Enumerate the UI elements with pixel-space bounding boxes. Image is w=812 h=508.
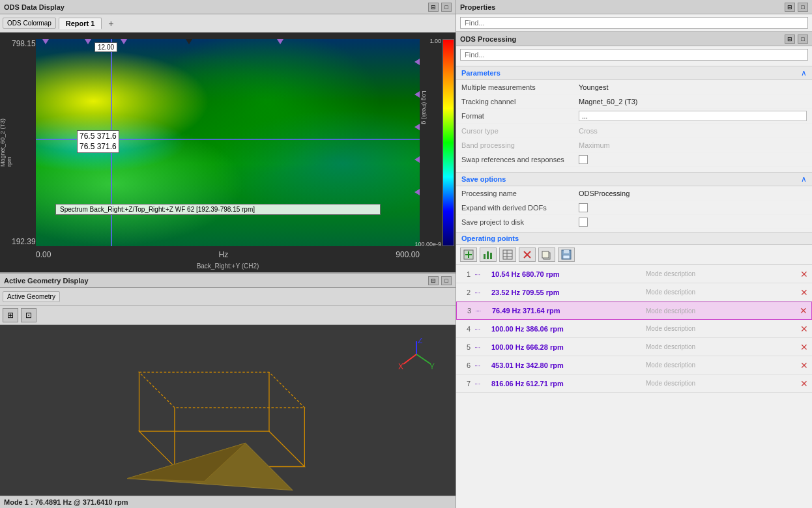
param-checkbox-expand[interactable] (579, 203, 588, 212)
geo-dropdown[interactable]: Active Geometry (3, 291, 60, 302)
op-num-4: 4 (460, 325, 471, 333)
right-panel: Properties ⊟ □ ODS Processing ⊟ □ Parame… (456, 0, 812, 508)
param-row-processing-name: Processing name ODSProcessing (456, 186, 812, 201)
op-chart-btn[interactable] (480, 247, 497, 262)
op-desc-4: Mode description (646, 325, 796, 332)
param-row-format: Format ... (456, 109, 812, 124)
operating-points: Operating points (456, 232, 812, 508)
top-markers (36, 39, 420, 44)
cursor-val-1: 76.5 371.6 (80, 132, 117, 142)
marker-right-4 (414, 156, 420, 163)
op-row-1[interactable]: 1 ···· 10.54 Hz 680.70 rpm Mode descript… (456, 265, 812, 283)
op-desc-5: Mode description (646, 343, 796, 350)
op-row-4[interactable]: 4 ···· 100.00 Hz 386.06 rpm Mode descrip… (456, 320, 812, 338)
op-toolbar (456, 245, 812, 265)
op-dots-2: ···· (474, 289, 487, 296)
ods-proc-split-btn[interactable]: ⊟ (785, 35, 795, 44)
op-row-3[interactable]: 3 ···· 76.49 Hz 371.64 rpm Mode descript… (456, 302, 812, 320)
op-row-7[interactable]: 7 ···· 816.06 Hz 612.71 rpm Mode descrip… (456, 374, 812, 393)
prop-max-btn[interactable]: □ (798, 3, 808, 12)
op-save-btn[interactable] (558, 247, 575, 262)
prop-split-btn[interactable]: ⊟ (785, 3, 795, 12)
op-num-7: 7 (460, 380, 471, 388)
geo-status-bar: Mode 1 : 76.4891 Hz @ 371.6410 rpm (0, 496, 456, 508)
svg-text:Y: Y (429, 362, 435, 371)
marker-top-4 (277, 39, 283, 44)
op-value-6: 453.01 Hz 342.80 rpm (491, 361, 642, 369)
geo-view-btn[interactable]: ⊡ (21, 308, 36, 322)
chart-container: Magnet_60_2 (T3)rpm 798.15 192.39 12.00 … (0, 33, 456, 272)
svg-line-10 (416, 354, 431, 364)
properties-find-input[interactable] (460, 17, 808, 29)
geo-max-btn[interactable]: □ (441, 276, 452, 285)
properties-title: Properties (460, 3, 495, 11)
op-delete-7[interactable]: ✕ (800, 378, 808, 389)
save-options-chevron: ∧ (801, 175, 807, 184)
marker-top-black (186, 39, 192, 44)
tab-report1[interactable]: Report 1 (59, 18, 102, 29)
ods-colormap-dropdown[interactable]: ODS Colormap (3, 18, 56, 29)
op-add-btn[interactable] (460, 247, 477, 262)
op-dots-3: ···· (475, 307, 488, 315)
param-value-3: Cross (579, 127, 807, 135)
op-row-2[interactable]: 2 ···· 23.52 Hz 709.55 rpm Mode descript… (456, 283, 812, 302)
op-delete-btn[interactable] (519, 247, 536, 262)
op-copy-btn[interactable] (538, 247, 555, 262)
geo-fit-btn[interactable]: ⊞ (3, 308, 18, 322)
param-label-2: Format (461, 112, 579, 120)
ods-data-display: ODS Data Display ⊟ □ ODS Colormap Report… (0, 0, 456, 274)
cursor-val-2: 76.5 371.6 (80, 142, 117, 152)
geo-viewport[interactable]: Z X Y Mode 1 : 76.4891 Hz @ 371.6410 rpm (0, 325, 456, 508)
ods-proc-max-btn[interactable]: □ (798, 35, 808, 44)
op-table-btn[interactable] (499, 247, 516, 262)
op-delete-4[interactable]: ✕ (800, 324, 808, 334)
svg-rect-27 (564, 250, 569, 253)
heatmap-area[interactable]: 12.00 76.5 371.6 76.5 371.6 Spectrum Bac… (36, 39, 420, 246)
op-desc-1: Mode description (646, 270, 796, 277)
param-checkbox-5[interactable] (579, 155, 588, 164)
op-delete-5[interactable]: ✕ (800, 342, 808, 352)
ods-max-btn[interactable]: □ (441, 3, 452, 12)
ods-proc-find-input[interactable] (460, 49, 808, 61)
marker-right-3 (414, 124, 420, 130)
y-bottom-val: 192.39 (12, 237, 35, 246)
param-row-tracking-channel: Tracking channel Magnet_60_2 (T3) (456, 94, 812, 109)
geo-status-text: Mode 1 : 76.4891 Hz @ 371.6410 rpm (4, 498, 128, 506)
op-value-5: 100.00 Hz 666.28 rpm (491, 343, 642, 351)
save-options-label: Save options (461, 175, 506, 183)
svg-rect-25 (542, 251, 549, 258)
op-num-1: 1 (460, 270, 471, 278)
colorbar-top-label: 1.00 (429, 38, 441, 44)
op-row-5[interactable]: 5 ···· 100.00 Hz 666.28 rpm Mode descrip… (456, 338, 812, 356)
parameters-header[interactable]: Parameters ∧ (456, 66, 812, 80)
ods-split-btn[interactable]: ⊟ (428, 3, 439, 12)
param-value-2[interactable]: ... (579, 111, 807, 121)
geo-split-btn[interactable]: ⊟ (428, 276, 439, 285)
x-mid-val: Hz (218, 250, 228, 259)
ods-tabs-bar: ODS Colormap Report 1 + (0, 14, 456, 33)
op-value-7: 816.06 Hz 612.71 rpm (491, 380, 642, 388)
op-delete-2[interactable]: ✕ (800, 287, 808, 298)
op-delete-6[interactable]: ✕ (800, 360, 808, 371)
properties-panel-controls: ⊟ □ (785, 3, 808, 12)
axes-indicator: Z X Y (397, 338, 436, 373)
op-value-3: 76.49 Hz 371.64 rpm (492, 307, 642, 315)
op-delete-3[interactable]: ✕ (800, 305, 807, 316)
ods-proc-controls: ⊟ □ (785, 35, 808, 44)
spectrum-label: Spectrum Back_Right:+Z/Top_Right:+Z WF 6… (55, 204, 381, 215)
tab-add-btn[interactable]: + (104, 17, 117, 30)
param-checkbox-save-disk[interactable] (579, 218, 588, 227)
y-axis-label: Magnet_60_2 (T3)rpm (0, 119, 12, 167)
marker-right-5 (414, 189, 420, 195)
properties-section: Properties ⊟ □ (456, 0, 812, 32)
x-axis-label: Back_Right:+Y (CH2) (36, 262, 420, 270)
svg-text:X: X (398, 362, 403, 371)
marker-top-3 (121, 39, 127, 44)
ods-processing-section: ODS Processing ⊟ □ Parameters ∧ Multiple… (456, 32, 812, 508)
save-options-header[interactable]: Save options ∧ (456, 172, 812, 186)
parameters-group: Parameters ∧ Multiple measurements Young… (456, 63, 812, 169)
op-delete-1[interactable]: ✕ (800, 269, 808, 279)
op-row-6[interactable]: 6 ···· 453.01 Hz 342.80 rpm Mode descrip… (456, 356, 812, 374)
svg-rect-15 (484, 254, 486, 259)
param-label-expand: Expand with derived DOFs (461, 204, 579, 212)
